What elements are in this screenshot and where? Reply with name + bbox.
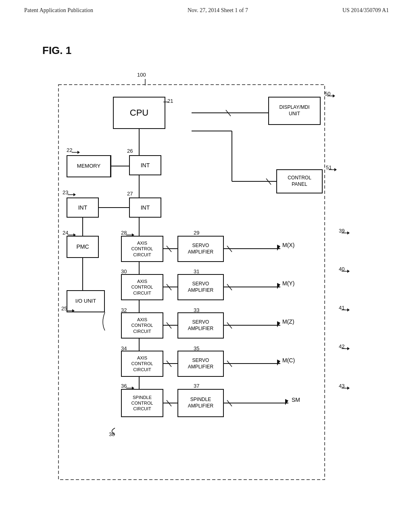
axis32-box: AXISCONTROLCIRCUIT	[121, 312, 163, 339]
int27-box: INT	[129, 197, 161, 218]
int26-box: INT	[129, 155, 161, 175]
num-27: 27	[127, 191, 133, 197]
svg-line-38	[167, 400, 171, 406]
svg-marker-61	[132, 387, 134, 390]
spindle37-box: SPINDLEAMPLIFIER	[177, 389, 224, 417]
cpu-label: CPU	[130, 107, 148, 119]
int23-label: INT	[78, 204, 88, 211]
svg-marker-75	[347, 387, 350, 390]
svg-marker-57	[72, 309, 75, 312]
svg-line-43	[227, 400, 232, 406]
control-panel-box: CONTROLPANEL	[276, 169, 323, 193]
svg-line-39	[227, 246, 232, 252]
num-30: 30	[121, 268, 127, 274]
num40-arrow	[342, 268, 350, 274]
svg-marker-69	[347, 270, 350, 273]
num-33: 33	[194, 307, 199, 313]
servo31-label: SERVOAMPLIFIER	[188, 281, 213, 293]
svg-marker-67	[347, 231, 350, 235]
svg-marker-55	[73, 233, 76, 237]
svg-marker-32	[277, 360, 280, 366]
svg-line-45	[266, 179, 271, 185]
num43-arrow	[342, 385, 350, 391]
num28-arrow	[126, 232, 134, 238]
svg-marker-59	[132, 233, 134, 237]
motor-my-label: M(Y)	[282, 280, 294, 287]
num-31: 31	[194, 268, 199, 274]
display-label: DISPLAY/MDIUNIT	[279, 104, 309, 117]
header-center: Nov. 27, 2014 Sheet 1 of 7	[188, 7, 248, 14]
svg-line-35	[167, 284, 171, 290]
memory-label: MEMORY	[77, 163, 100, 170]
num-32: 32	[121, 307, 127, 313]
svg-line-42	[227, 361, 232, 367]
servo29-box: SERVOAMPLIFIER	[177, 236, 224, 262]
num50-arrow	[327, 93, 335, 99]
axis34-box: AXISCONTROLCIRCUIT	[121, 351, 163, 377]
svg-line-36	[167, 322, 171, 328]
svg-marker-33	[285, 399, 288, 405]
spindle36-label: SPINDLECONTROLCIRCUIT	[131, 395, 153, 412]
int23-box: INT	[67, 197, 99, 218]
servo35-label: SERVOAMPLIFIER	[188, 357, 213, 370]
spindle36-box: SPINDLECONTROLCIRCUIT	[121, 389, 163, 417]
svg-line-40	[227, 284, 232, 290]
diagram: 100 CPU 21 MEMORY 22 INT 26 INT 23 INT 2…	[42, 60, 373, 504]
pmc-label: PMC	[76, 243, 89, 250]
servo33-box: SERVOAMPLIFIER	[177, 312, 224, 339]
svg-marker-73	[347, 347, 350, 350]
motor-mx-label: M(X)	[282, 242, 294, 248]
svg-line-37	[167, 361, 171, 367]
servo31-box: SERVOAMPLIFIER	[177, 274, 224, 300]
axis32-label: AXISCONTROLCIRCUIT	[131, 317, 153, 334]
svg-marker-71	[347, 308, 350, 312]
axis28-box: AXISCONTROLCIRCUIT	[121, 236, 163, 262]
io-unit-label: I/O UNIT	[75, 298, 96, 305]
num22-arrow	[72, 149, 80, 155]
figure-label: FIG. 1	[42, 44, 71, 57]
num38-curve	[107, 427, 119, 435]
page-header: Patent Application Publication Nov. 27, …	[0, 0, 413, 18]
num23-arrow	[68, 191, 76, 197]
servo35-box: SERVOAMPLIFIER	[177, 351, 224, 377]
header-right: US 2014/350709 A1	[342, 7, 389, 14]
header-left: Patent Application Publication	[24, 7, 93, 14]
svg-marker-51	[77, 151, 80, 154]
svg-marker-31	[277, 321, 280, 327]
servo33-label: SERVOAMPLIFIER	[188, 319, 213, 332]
svg-line-34	[167, 246, 171, 252]
control-panel-label: CONTROLPANEL	[288, 175, 311, 187]
svg-marker-30	[277, 283, 280, 289]
svg-marker-29	[277, 245, 280, 251]
memory-box: MEMORY	[67, 155, 111, 177]
spindle37-label: SPINDLEAMPLIFIER	[188, 397, 213, 409]
axis30-box: AXISCONTROLCIRCUIT	[121, 274, 163, 300]
num-37: 37	[194, 383, 199, 389]
int27-label: INT	[141, 204, 150, 211]
motor-sm-label: SM	[292, 397, 300, 403]
num-29: 29	[194, 230, 199, 236]
num-35: 35	[194, 345, 199, 351]
pmc-box: PMC	[67, 236, 99, 258]
axis34-label: AXISCONTROLCIRCUIT	[131, 355, 153, 372]
num39-arrow	[342, 230, 350, 236]
axis28-label: AXISCONTROLCIRCUIT	[131, 240, 153, 258]
num-26: 26	[127, 148, 133, 154]
cpu-box: CPU	[113, 97, 165, 129]
servo29-label: SERVOAMPLIFIER	[188, 243, 213, 255]
num36-arrow	[126, 385, 134, 391]
num24-arrow	[68, 232, 76, 238]
int26-label: INT	[141, 162, 150, 169]
num41-arrow	[342, 307, 350, 313]
num25-arrow	[67, 308, 75, 314]
svg-marker-63	[333, 94, 335, 98]
svg-marker-53	[73, 193, 76, 196]
num42-arrow	[342, 345, 350, 351]
svg-line-41	[227, 322, 232, 328]
num-100: 100	[137, 72, 146, 78]
display-box: DISPLAY/MDIUNIT	[268, 97, 321, 125]
motor-mz-label: M(Z)	[282, 318, 294, 325]
num51-arrow	[329, 166, 337, 172]
axis30-label: AXISCONTROLCIRCUIT	[131, 278, 153, 296]
num-34: 34	[121, 345, 127, 351]
